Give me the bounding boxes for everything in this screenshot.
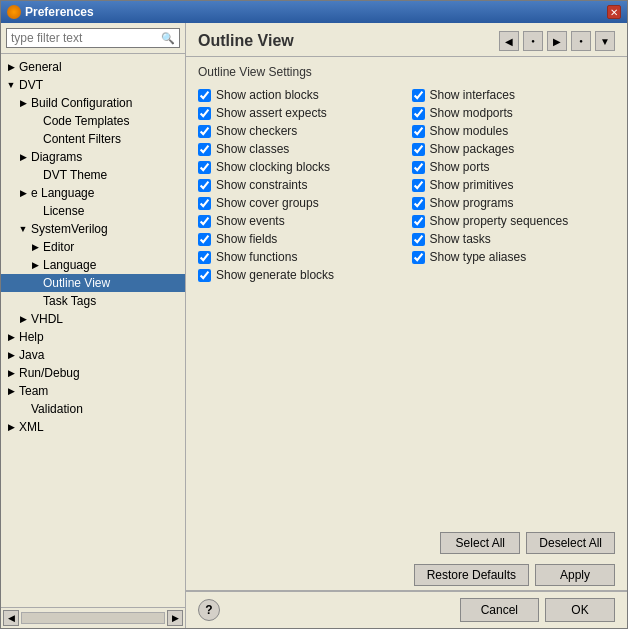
close-button[interactable]: ✕ <box>607 5 621 19</box>
sidebar-item-e-language[interactable]: ▶ e Language <box>1 184 185 202</box>
sidebar-item-diagrams[interactable]: ▶ Diagrams <box>1 148 185 166</box>
expand-icon: ▶ <box>17 97 29 109</box>
sidebar-item-license[interactable]: License <box>1 202 185 220</box>
panel-title: Outline View <box>198 32 294 50</box>
checkbox-row-show-cover-groups: Show cover groups <box>198 196 402 210</box>
checkbox-show-generate-blocks[interactable] <box>198 269 211 282</box>
checkbox-show-primitives[interactable] <box>412 179 425 192</box>
sidebar-scrollbar: ◀ ▶ <box>1 607 185 628</box>
checkbox-show-interfaces[interactable] <box>412 89 425 102</box>
nav-forward-button[interactable]: ▶ <box>547 31 567 51</box>
checkbox-show-property-sequences[interactable] <box>412 215 425 228</box>
checkbox-label: Show primitives <box>430 178 514 192</box>
expand-icon: ▶ <box>5 349 17 361</box>
checkboxes-area: Show action blocks Show assert expects S… <box>186 84 627 526</box>
preferences-icon <box>7 5 21 19</box>
sidebar-item-dvt[interactable]: ▼ DVT <box>1 76 185 94</box>
checkbox-row-show-modports: Show modports <box>412 106 616 120</box>
sidebar-item-vhdl[interactable]: ▶ VHDL <box>1 310 185 328</box>
title-bar-left: Preferences <box>7 5 94 19</box>
sidebar-item-label: DVT <box>19 78 43 92</box>
restore-defaults-button[interactable]: Restore Defaults <box>414 564 529 586</box>
bottom-bar: ? Cancel OK <box>186 591 627 628</box>
sidebar-item-validation[interactable]: Validation <box>1 400 185 418</box>
restore-row: Restore Defaults Apply <box>186 560 627 590</box>
expand-icon: ▶ <box>17 187 29 199</box>
select-all-button[interactable]: Select All <box>440 532 520 554</box>
sidebar-item-general[interactable]: ▶ General <box>1 58 185 76</box>
checkbox-show-tasks[interactable] <box>412 233 425 246</box>
checkbox-show-constraints[interactable] <box>198 179 211 192</box>
checkbox-show-programs[interactable] <box>412 197 425 210</box>
sidebar-item-language[interactable]: ▶ Language <box>1 256 185 274</box>
checkbox-row-show-assert-expects: Show assert expects <box>198 106 402 120</box>
expand-icon: ▶ <box>29 241 41 253</box>
checkbox-show-assert-expects[interactable] <box>198 107 211 120</box>
expand-icon <box>29 169 41 181</box>
checkbox-show-ports[interactable] <box>412 161 425 174</box>
checkbox-row-show-action-blocks: Show action blocks <box>198 88 402 102</box>
checkbox-show-clocking-blocks[interactable] <box>198 161 211 174</box>
sidebar-item-systemverilog[interactable]: ▼ SystemVerilog <box>1 220 185 238</box>
search-icon: 🔍 <box>161 32 175 45</box>
scroll-left-button[interactable]: ◀ <box>3 610 19 626</box>
panel-header: Outline View ◀ ● ▶ ● ▼ <box>186 23 627 57</box>
expand-icon <box>29 115 41 127</box>
checkbox-label: Show packages <box>430 142 515 156</box>
checkbox-show-functions[interactable] <box>198 251 211 264</box>
checkbox-show-fields[interactable] <box>198 233 211 246</box>
sidebar-item-outline-view[interactable]: Outline View <box>1 274 185 292</box>
checkbox-row-show-primitives: Show primitives <box>412 178 616 192</box>
expand-icon: ▶ <box>17 313 29 325</box>
sidebar-item-xml[interactable]: ▶ XML <box>1 418 185 436</box>
expand-icon <box>17 403 29 415</box>
sidebar-item-editor[interactable]: ▶ Editor <box>1 238 185 256</box>
checkbox-row-show-programs: Show programs <box>412 196 616 210</box>
scrollbar-track[interactable] <box>21 612 165 624</box>
sidebar-item-java[interactable]: ▶ Java <box>1 346 185 364</box>
panel-subtitle: Outline View Settings <box>186 57 627 84</box>
main-content: 🔍 ▶ General ▼ DVT ▶ Build Configuration <box>1 23 627 628</box>
search-bar: 🔍 <box>1 23 185 54</box>
checkbox-label: Show classes <box>216 142 289 156</box>
checkbox-show-checkers[interactable] <box>198 125 211 138</box>
checkbox-label: Show interfaces <box>430 88 515 102</box>
checkbox-label: Show clocking blocks <box>216 160 330 174</box>
sidebar-item-label: Build Configuration <box>31 96 132 110</box>
checkbox-show-events[interactable] <box>198 215 211 228</box>
sidebar-item-content-filters[interactable]: Content Filters <box>1 130 185 148</box>
help-button[interactable]: ? <box>198 599 220 621</box>
deselect-all-button[interactable]: Deselect All <box>526 532 615 554</box>
nav-back-button[interactable]: ◀ <box>499 31 519 51</box>
expand-icon: ▶ <box>5 367 17 379</box>
sidebar-item-run-debug[interactable]: ▶ Run/Debug <box>1 364 185 382</box>
cancel-button[interactable]: Cancel <box>460 598 539 622</box>
apply-button[interactable]: Apply <box>535 564 615 586</box>
checkbox-show-cover-groups[interactable] <box>198 197 211 210</box>
checkbox-show-modules[interactable] <box>412 125 425 138</box>
search-input[interactable] <box>11 31 161 45</box>
checkbox-show-action-blocks[interactable] <box>198 89 211 102</box>
window-title: Preferences <box>25 5 94 19</box>
ok-button[interactable]: OK <box>545 598 615 622</box>
checkbox-row-show-constraints: Show constraints <box>198 178 402 192</box>
sidebar-item-label: DVT Theme <box>43 168 107 182</box>
sidebar-item-help[interactable]: ▶ Help <box>1 328 185 346</box>
nav-dot: ● <box>523 31 543 51</box>
sidebar-item-team[interactable]: ▶ Team <box>1 382 185 400</box>
scroll-right-button[interactable]: ▶ <box>167 610 183 626</box>
checkbox-show-modports[interactable] <box>412 107 425 120</box>
sidebar-item-code-templates[interactable]: Code Templates <box>1 112 185 130</box>
checkbox-show-classes[interactable] <box>198 143 211 156</box>
checkbox-show-type-aliases[interactable] <box>412 251 425 264</box>
sidebar-item-build-configuration[interactable]: ▶ Build Configuration <box>1 94 185 112</box>
sidebar-item-dvt-theme[interactable]: DVT Theme <box>1 166 185 184</box>
tree: ▶ General ▼ DVT ▶ Build Configuration Co… <box>1 54 185 607</box>
checkboxes-col-1: Show action blocks Show assert expects S… <box>198 88 402 522</box>
checkbox-label: Show ports <box>430 160 490 174</box>
nav-dropdown-button[interactable]: ▼ <box>595 31 615 51</box>
sidebar-item-task-tags[interactable]: Task Tags <box>1 292 185 310</box>
search-input-wrapper[interactable]: 🔍 <box>6 28 180 48</box>
right-panel: Outline View ◀ ● ▶ ● ▼ Outline View Sett… <box>186 23 627 628</box>
checkbox-show-packages[interactable] <box>412 143 425 156</box>
